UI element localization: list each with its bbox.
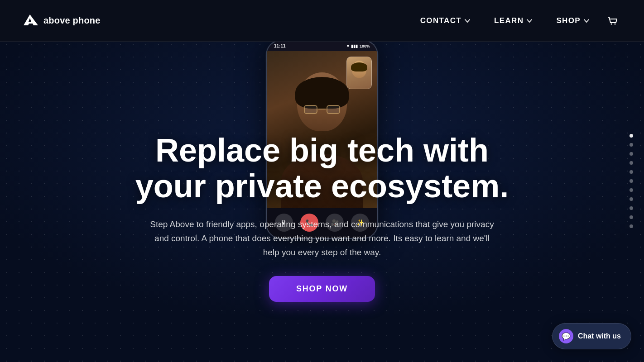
phone-time: 11:11 bbox=[274, 43, 286, 48]
side-dots-navigation bbox=[630, 134, 633, 228]
side-dot-8[interactable] bbox=[630, 206, 633, 210]
cart-button[interactable] bbox=[603, 11, 622, 30]
battery-level: 100% bbox=[360, 44, 370, 48]
nav-links: CONTACT LEARN SHOP bbox=[410, 11, 622, 30]
signal-icon: ▮▮▮ bbox=[351, 44, 358, 48]
phone-pip bbox=[346, 57, 372, 89]
chat-widget[interactable]: 💬 Chat with us bbox=[552, 323, 631, 349]
pip-face bbox=[347, 57, 371, 89]
pip-face-hair bbox=[351, 62, 367, 71]
glasses bbox=[304, 105, 340, 114]
pip-face-head bbox=[352, 61, 366, 78]
side-dot-2[interactable] bbox=[630, 152, 633, 156]
chevron-down-icon bbox=[583, 18, 590, 24]
nav-item-contact[interactable]: CONTACT bbox=[410, 12, 481, 30]
chat-bubble-icon: 💬 bbox=[559, 329, 573, 343]
glass-left bbox=[304, 105, 317, 114]
status-right: ▾ ▮▮▮ 100% bbox=[347, 44, 370, 48]
side-dot-10[interactable] bbox=[630, 224, 633, 228]
chevron-down-icon bbox=[464, 18, 471, 24]
side-dot-1[interactable] bbox=[630, 143, 633, 147]
wifi-icon: ▾ bbox=[347, 44, 349, 48]
navbar: above phone CONTACT LEARN SHOP bbox=[0, 0, 644, 42]
brand-name: above phone bbox=[43, 15, 101, 26]
hero-subtitle: Step Above to friendly apps, operating s… bbox=[150, 217, 494, 260]
cart-icon bbox=[606, 14, 619, 27]
logo-area[interactable]: above phone bbox=[22, 13, 101, 29]
nav-item-learn[interactable]: LEARN bbox=[484, 12, 543, 30]
face-head bbox=[297, 72, 347, 131]
side-dot-4[interactable] bbox=[630, 170, 633, 174]
logo-icon bbox=[22, 13, 38, 29]
hero-content: Replace big tech with your private ecosy… bbox=[135, 133, 509, 301]
side-dot-3[interactable] bbox=[630, 161, 633, 165]
hero-section: 11:11 ▾ ▮▮▮ 100% bbox=[0, 0, 644, 362]
glass-right bbox=[327, 105, 340, 114]
side-dot-0[interactable] bbox=[630, 134, 633, 138]
phone-status-bar: 11:11 ▾ ▮▮▮ 100% bbox=[267, 41, 377, 51]
side-dot-5[interactable] bbox=[630, 179, 633, 183]
chat-widget-label: Chat with us bbox=[578, 332, 621, 340]
shop-now-button[interactable]: SHOP NOW bbox=[269, 276, 375, 302]
chevron-down-icon bbox=[526, 18, 533, 24]
side-dot-6[interactable] bbox=[630, 188, 633, 192]
hero-title: Replace big tech with your private ecosy… bbox=[135, 133, 509, 204]
side-dot-9[interactable] bbox=[630, 215, 633, 219]
svg-point-1 bbox=[615, 23, 616, 24]
chat-icon: 💬 bbox=[562, 332, 571, 341]
svg-point-0 bbox=[611, 23, 612, 24]
side-dot-7[interactable] bbox=[630, 197, 633, 201]
face-hair bbox=[295, 77, 349, 109]
nav-item-shop[interactable]: SHOP bbox=[546, 12, 600, 30]
glass-bridge bbox=[318, 109, 326, 110]
